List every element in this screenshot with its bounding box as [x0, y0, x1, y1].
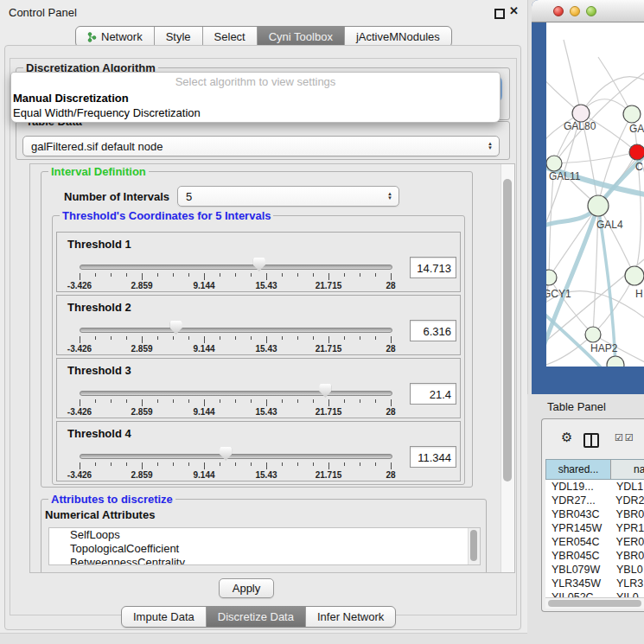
- table-row[interactable]: YBR045CYBR0: [545, 549, 644, 563]
- table-row[interactable]: YDL19...YDL1: [545, 480, 644, 494]
- cell-name[interactable]: YLR3: [611, 577, 643, 590]
- network-window-titlebar[interactable]: [532, 0, 644, 22]
- tick-label: 9.144: [193, 344, 214, 354]
- cell-shared-name[interactable]: YPR145W: [545, 521, 611, 535]
- tick-mark: [142, 462, 143, 469]
- slider-tick-labels: -3.4262.8599.14415.4321.71528: [80, 470, 391, 481]
- tab-infer-network[interactable]: Infer Network: [306, 607, 395, 627]
- numerical-attributes-label: Numerical Attributes: [45, 508, 155, 521]
- network-node-c[interactable]: [629, 144, 644, 160]
- cell-shared-name[interactable]: YIL052C: [545, 590, 611, 597]
- network-node-node-partial[interactable]: [607, 356, 624, 367]
- table-row[interactable]: YPR145WYPR1: [545, 521, 644, 535]
- table-row[interactable]: YER054CYER0: [545, 535, 644, 549]
- cell-name[interactable]: YDR2: [610, 494, 644, 507]
- attributes-list-scrollbar[interactable]: [468, 528, 480, 564]
- network-canvas[interactable]: GAL80GACGAL11GAL4GCY1HHAP2: [546, 22, 644, 367]
- settings-vertical-scrollbar[interactable]: [501, 164, 514, 572]
- attribute-item[interactable]: TopologicalCoefficient: [49, 542, 480, 556]
- tick-mark: [188, 399, 189, 403]
- threshold-value-field[interactable]: 6.316: [410, 320, 456, 341]
- table-row[interactable]: YLR345WYLR3: [545, 577, 644, 590]
- slider-track[interactable]: [80, 328, 392, 333]
- network-node-ga[interactable]: [623, 105, 641, 123]
- cell-shared-name[interactable]: YBR045C: [545, 549, 611, 563]
- network-node-h[interactable]: [625, 266, 644, 285]
- slider-track[interactable]: [80, 265, 392, 270]
- attribute-item[interactable]: SelfLoops: [49, 528, 480, 542]
- threshold-coordinates-label: Threshold's Coordinates for 5 Intervals: [60, 209, 273, 222]
- tick-mark: [95, 336, 96, 340]
- tick-mark: [142, 273, 143, 280]
- tab-jactivemnodules[interactable]: jActiveMNodules: [345, 27, 451, 47]
- threshold-value-field[interactable]: 14.713: [410, 257, 456, 278]
- slider-track[interactable]: [80, 454, 392, 459]
- column-header-name[interactable]: na: [610, 459, 644, 480]
- tab-discretize-data[interactable]: Discretize Data: [207, 607, 306, 627]
- attribute-items: SelfLoopsTopologicalCoefficientBetweenne…: [49, 528, 480, 565]
- table-row[interactable]: YBR043CYBR0: [545, 507, 644, 521]
- gear-icon[interactable]: ⚙: [561, 430, 572, 445]
- cell-shared-name[interactable]: YLR345W: [545, 577, 611, 590]
- network-node-gal80[interactable]: [572, 105, 590, 122]
- table-hscrollbar-thumb[interactable]: [548, 600, 641, 607]
- network-node-label: HAP2: [590, 342, 618, 354]
- tab-network[interactable]: Network: [76, 27, 155, 47]
- attributes-scrollbar-thumb[interactable]: [470, 530, 477, 561]
- slider-track[interactable]: [80, 391, 392, 396]
- combo-down-icon: ▼: [488, 146, 493, 150]
- tick-label: -3.426: [67, 470, 92, 480]
- columns-icon[interactable]: [583, 433, 599, 448]
- cell-name[interactable]: YDL1: [611, 480, 643, 494]
- cell-name[interactable]: YIL0: [611, 590, 639, 597]
- network-node-hap2[interactable]: [585, 327, 601, 342]
- algorithm-option-manual[interactable]: Manual Discretization: [11, 89, 500, 105]
- table-data-combobox[interactable]: galFiltered.sif default node ▲ ▼: [22, 136, 500, 156]
- cell-name[interactable]: YBL0: [611, 563, 643, 577]
- algorithm-option-equal-width[interactable]: Equal Width/Frequency Discretization: [11, 105, 500, 119]
- table-row[interactable]: YBL079WYBL0: [545, 563, 644, 577]
- tick-mark: [111, 336, 112, 340]
- cell-name[interactable]: YER0: [611, 535, 644, 549]
- column-header-shared-name[interactable]: shared...: [545, 459, 611, 480]
- cell-name[interactable]: YBR0: [611, 507, 644, 521]
- close-icon[interactable]: ✕: [509, 4, 519, 17]
- tick-mark: [204, 273, 205, 280]
- cell-shared-name[interactable]: YDL19...: [545, 480, 611, 494]
- cell-shared-name[interactable]: YDR27...: [545, 494, 610, 507]
- tick-mark: [173, 462, 174, 466]
- tick-mark: [360, 273, 360, 277]
- close-traffic-light-icon[interactable]: [553, 6, 564, 16]
- settings-scrollbar-thumb[interactable]: [503, 179, 512, 481]
- float-window-icon[interactable]: [494, 9, 505, 19]
- slider-tick-labels: -3.4262.8599.14415.4321.71528: [80, 281, 391, 291]
- tab-select[interactable]: Select: [203, 27, 258, 47]
- tick-mark: [142, 336, 143, 343]
- cell-name[interactable]: YPR1: [611, 521, 644, 535]
- zoom-traffic-light-icon[interactable]: [586, 6, 596, 16]
- cell-shared-name[interactable]: YER054C: [545, 535, 611, 549]
- network-node-gal11[interactable]: [546, 156, 562, 171]
- checkbox-icons[interactable]: ☑☑: [615, 432, 635, 443]
- cell-shared-name[interactable]: YBL079W: [545, 563, 611, 577]
- table-row[interactable]: YIL052CYIL0: [545, 590, 644, 597]
- table-horizontal-scrollbar[interactable]: [545, 597, 644, 609]
- apply-button[interactable]: Apply: [219, 578, 274, 598]
- network-node-gal4[interactable]: [588, 195, 609, 216]
- cell-name[interactable]: YBR0: [611, 549, 644, 563]
- attribute-item[interactable]: BetweennessCentrality: [49, 556, 480, 565]
- tab-style[interactable]: Style: [155, 27, 203, 47]
- tick-mark: [360, 462, 360, 466]
- threshold-value-field[interactable]: 11.344: [410, 446, 456, 468]
- tab-cyni-toolbox[interactable]: Cyni Toolbox: [258, 27, 345, 47]
- threshold-value-field[interactable]: 21.4: [410, 383, 456, 405]
- tick-label: -3.426: [67, 344, 92, 354]
- network-node-gcy1[interactable]: [546, 270, 557, 285]
- number-of-intervals-combobox[interactable]: 5 ▲ ▼: [177, 186, 399, 207]
- tab-impute-data[interactable]: Impute Data: [122, 607, 207, 627]
- cell-shared-name[interactable]: YBR043C: [545, 507, 611, 521]
- tick-mark: [297, 273, 298, 277]
- minimize-traffic-light-icon[interactable]: [570, 6, 580, 16]
- table-row[interactable]: YDR27...YDR2: [545, 494, 644, 507]
- screen: Control Panel ✕ NetworkStyleSelectCyni T…: [0, 0, 644, 644]
